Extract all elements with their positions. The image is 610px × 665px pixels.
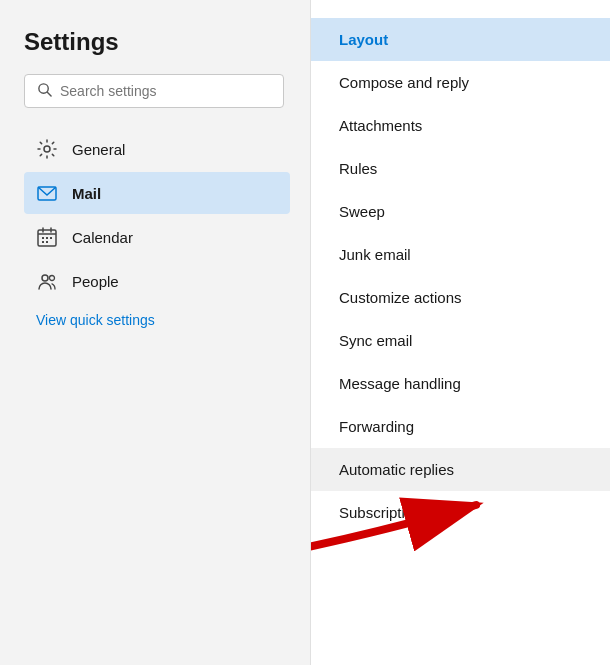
right-item-automatic-replies[interactable]: Automatic replies: [311, 448, 610, 491]
search-box[interactable]: [24, 74, 284, 108]
people-icon: [36, 270, 58, 292]
right-item-forwarding-label: Forwarding: [339, 418, 414, 435]
right-item-automatic-replies-label: Automatic replies: [339, 461, 454, 478]
quick-settings-label: View quick settings: [36, 312, 155, 328]
right-item-message-handling[interactable]: Message handling: [311, 362, 610, 405]
right-item-sweep[interactable]: Sweep: [311, 190, 610, 233]
sidebar-item-people-label: People: [72, 273, 119, 290]
svg-rect-12: [46, 241, 48, 243]
right-panel: Layout Compose and reply Attachments Rul…: [310, 0, 610, 665]
sidebar-item-calendar[interactable]: Calendar: [24, 216, 290, 258]
right-item-compose-reply-label: Compose and reply: [339, 74, 469, 91]
right-item-sync-email-label: Sync email: [339, 332, 412, 349]
right-item-layout-label: Layout: [339, 31, 388, 48]
sidebar-item-mail-label: Mail: [72, 185, 101, 202]
right-item-junk-email[interactable]: Junk email: [311, 233, 610, 276]
svg-point-2: [44, 146, 50, 152]
right-item-forwarding[interactable]: Forwarding: [311, 405, 610, 448]
right-item-customize-actions[interactable]: Customize actions: [311, 276, 610, 319]
calendar-icon: [36, 226, 58, 248]
right-item-message-handling-label: Message handling: [339, 375, 461, 392]
settings-page: Settings General: [0, 0, 610, 665]
search-icon: [37, 82, 52, 100]
right-item-sweep-label: Sweep: [339, 203, 385, 220]
svg-point-13: [42, 275, 48, 281]
right-item-rules-label: Rules: [339, 160, 377, 177]
sidebar-item-calendar-label: Calendar: [72, 229, 133, 246]
view-quick-settings-link[interactable]: View quick settings: [24, 304, 167, 336]
sidebar-item-general-label: General: [72, 141, 125, 158]
sidebar-item-people[interactable]: People: [24, 260, 290, 302]
right-item-subscriptions-label: Subscriptions: [339, 504, 429, 521]
right-item-subscriptions[interactable]: Subscriptions: [311, 491, 610, 534]
svg-point-14: [50, 276, 55, 281]
page-title: Settings: [24, 28, 290, 56]
sidebar-item-mail[interactable]: Mail: [24, 172, 290, 214]
svg-rect-9: [46, 237, 48, 239]
right-item-attachments-label: Attachments: [339, 117, 422, 134]
search-input[interactable]: [60, 83, 271, 99]
right-item-rules[interactable]: Rules: [311, 147, 610, 190]
right-item-compose-reply[interactable]: Compose and reply: [311, 61, 610, 104]
mail-icon: [36, 182, 58, 204]
svg-rect-8: [42, 237, 44, 239]
right-item-sync-email[interactable]: Sync email: [311, 319, 610, 362]
svg-rect-11: [42, 241, 44, 243]
right-item-junk-email-label: Junk email: [339, 246, 411, 263]
gear-icon: [36, 138, 58, 160]
left-panel: Settings General: [0, 0, 310, 665]
svg-rect-10: [50, 237, 52, 239]
svg-line-1: [47, 92, 51, 96]
sidebar-item-general[interactable]: General: [24, 128, 290, 170]
right-item-layout[interactable]: Layout: [311, 18, 610, 61]
right-item-attachments[interactable]: Attachments: [311, 104, 610, 147]
right-item-customize-actions-label: Customize actions: [339, 289, 462, 306]
